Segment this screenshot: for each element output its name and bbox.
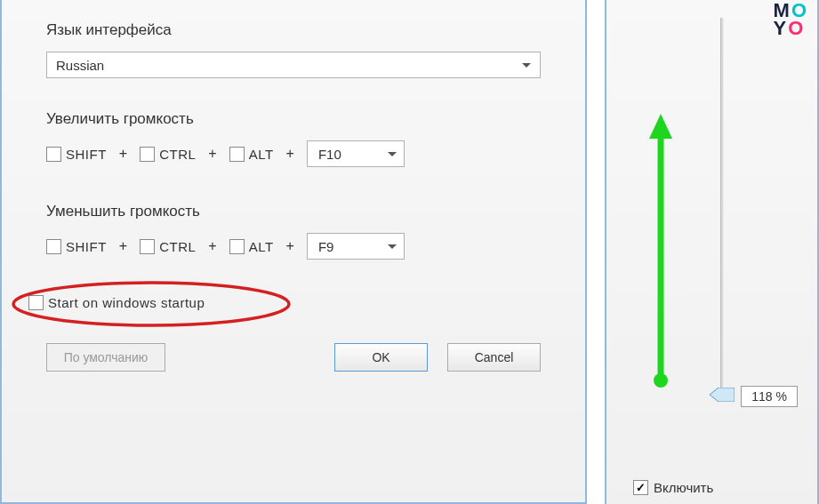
shift-label: SHIFT — [66, 239, 107, 254]
chevron-down-icon — [388, 152, 397, 156]
enable-row: Включить — [633, 480, 713, 495]
volume-slider-track[interactable] — [720, 18, 724, 391]
settings-dialog: Язык интерфейса Russian Увеличить громко… — [0, 0, 587, 504]
svg-marker-2 — [649, 114, 672, 139]
ctrl-label: CTRL — [159, 147, 196, 162]
enable-label: Включить — [654, 480, 713, 495]
moyo-logo: MO YO — [774, 2, 808, 37]
decrease-hotkey-row: SHIFT + CTRL + ALT + F9 — [46, 233, 541, 260]
language-dropdown[interactable]: Russian — [46, 52, 541, 78]
decrease-key-value: F9 — [318, 239, 334, 254]
startup-checkbox[interactable] — [28, 295, 44, 310]
language-label: Язык интерфейса — [46, 21, 541, 39]
decrease-shift-checkbox[interactable] — [46, 239, 61, 254]
shift-label: SHIFT — [66, 147, 107, 162]
startup-row: Start on windows startup — [28, 295, 541, 313]
svg-point-3 — [654, 373, 668, 388]
volume-panel: 118 % Включить — [605, 0, 819, 504]
increase-ctrl-checkbox[interactable] — [140, 147, 155, 162]
chevron-down-icon — [522, 63, 531, 68]
increase-hotkey-row: SHIFT + CTRL + ALT + F10 — [46, 140, 541, 167]
plus-icon: + — [286, 146, 294, 162]
plus-icon: + — [208, 146, 216, 162]
dialog-buttons: По умолчанию OK Cancel — [46, 343, 541, 372]
ok-button[interactable]: OK — [334, 343, 428, 372]
alt-label: ALT — [249, 239, 274, 254]
increase-alt-checkbox[interactable] — [229, 147, 245, 162]
decrease-ctrl-checkbox[interactable] — [140, 239, 155, 254]
startup-label: Start on windows startup — [48, 295, 205, 310]
plus-icon: + — [208, 238, 216, 254]
decrease-volume-label: Уменьшить громкость — [46, 203, 541, 220]
plus-icon: + — [286, 238, 294, 254]
increase-key-value: F10 — [318, 147, 341, 162]
language-value: Russian — [56, 58, 104, 73]
annotation-arrow-icon — [647, 114, 674, 389]
enable-checkbox[interactable] — [633, 480, 648, 495]
decrease-alt-checkbox[interactable] — [229, 239, 245, 254]
volume-percent: 118 % — [741, 386, 798, 407]
ctrl-label: CTRL — [159, 239, 196, 254]
increase-volume-label: Увеличить громкость — [46, 110, 541, 128]
volume-slider-thumb[interactable] — [710, 388, 735, 402]
plus-icon: + — [119, 146, 127, 162]
decrease-key-dropdown[interactable]: F9 — [307, 233, 405, 260]
plus-icon: + — [119, 238, 127, 254]
increase-shift-checkbox[interactable] — [46, 147, 61, 162]
default-button: По умолчанию — [46, 343, 165, 372]
cancel-button[interactable]: Cancel — [447, 343, 541, 372]
increase-key-dropdown[interactable]: F10 — [307, 140, 405, 167]
alt-label: ALT — [249, 147, 274, 162]
chevron-down-icon — [388, 244, 397, 249]
